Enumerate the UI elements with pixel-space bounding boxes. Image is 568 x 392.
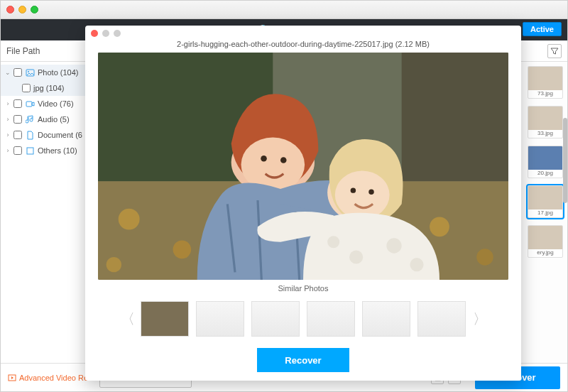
svg-point-15 — [106, 257, 121, 272]
similar-thumb[interactable] — [141, 301, 189, 337]
modal-recover-button[interactable]: Recover — [257, 348, 349, 372]
svg-point-25 — [349, 250, 363, 263]
preview-modal: 2-girls-hugging-each-other-outdoor-durin… — [85, 26, 521, 381]
thumbnail[interactable]: 20.jpg — [528, 146, 563, 178]
filter-button[interactable] — [547, 44, 562, 58]
similar-thumb[interactable] — [307, 301, 355, 337]
svg-point-19 — [280, 157, 287, 163]
svg-point-14 — [476, 249, 493, 265]
thumbnail-label: 33.jpg — [537, 130, 553, 136]
sidebar-item-label: Document (6 — [38, 131, 82, 139]
svg-point-13 — [430, 217, 449, 236]
similar-thumb[interactable] — [417, 301, 466, 337]
svg-point-24 — [327, 236, 339, 248]
film-icon — [8, 374, 16, 382]
audio-icon — [25, 114, 35, 124]
checkbox[interactable] — [13, 115, 22, 124]
similar-thumb[interactable] — [196, 301, 244, 337]
prev-arrow-icon[interactable]: 〈 — [121, 310, 133, 329]
thumbnail-column: 73.jpg 33.jpg 20.jpg 17.jpg ery.jpg — [523, 62, 567, 262]
svg-rect-4 — [27, 148, 33, 154]
thumbnail-label: 73.jpg — [537, 90, 553, 97]
checkbox[interactable] — [13, 99, 22, 108]
modal-titlebar — [85, 26, 521, 41]
svg-point-11 — [119, 209, 140, 230]
svg-point-12 — [173, 241, 192, 259]
advanced-video-label: Advanced Video Rec — [19, 374, 92, 382]
sidebar-item-label: Others (10) — [38, 146, 77, 155]
similar-thumb[interactable] — [362, 301, 410, 337]
close-icon[interactable] — [91, 30, 98, 37]
sidebar-item-label: jpg (104) — [33, 84, 64, 92]
thumbnail[interactable]: 33.jpg — [528, 106, 563, 138]
checkbox[interactable] — [13, 68, 22, 77]
chevron-right-icon[interactable]: › — [5, 116, 11, 123]
scrollbar[interactable] — [562, 61, 568, 317]
advanced-video-link[interactable]: Advanced Video Rec — [8, 374, 92, 382]
document-icon — [25, 130, 35, 140]
thumbnail-label: 17.jpg — [537, 209, 553, 216]
other-icon — [25, 146, 35, 156]
sidebar-item-label: Photo (104) — [38, 68, 78, 77]
svg-point-26 — [386, 238, 401, 253]
maximize-icon[interactable] — [114, 30, 121, 37]
active-button[interactable]: Active — [523, 22, 562, 36]
thumbnail[interactable]: 73.jpg — [528, 66, 563, 99]
svg-rect-3 — [26, 102, 32, 107]
svg-point-23 — [368, 190, 373, 195]
similar-thumb[interactable] — [251, 301, 300, 337]
similar-photos-label: Similar Photos — [85, 284, 521, 293]
thumbnail[interactable]: ery.jpg — [528, 225, 563, 258]
thumbnail-label: ery.jpg — [537, 249, 553, 256]
svg-rect-9 — [402, 53, 508, 181]
checkbox[interactable] — [13, 131, 22, 139]
close-icon[interactable] — [6, 6, 14, 13]
photo-icon — [25, 67, 35, 77]
preview-image — [98, 53, 508, 280]
svg-point-18 — [261, 156, 267, 162]
chevron-right-icon[interactable]: › — [5, 100, 11, 107]
similar-photos-row: 〈 〉 — [85, 293, 521, 345]
video-icon — [25, 99, 35, 109]
window-titlebar — [1, 1, 567, 19]
chevron-right-icon[interactable]: › — [5, 147, 11, 154]
chevron-right-icon[interactable]: › — [5, 131, 11, 138]
sidebar-item-label: Video (76) — [38, 99, 74, 108]
checkbox[interactable] — [22, 84, 31, 92]
minimize-icon[interactable] — [102, 30, 109, 37]
thumbnail[interactable]: 17.jpg — [528, 185, 563, 218]
next-arrow-icon[interactable]: 〉 — [473, 310, 486, 329]
sidebar-item-label: Audio (5) — [38, 115, 70, 124]
svg-point-22 — [351, 187, 356, 192]
thumbnail-label: 20.jpg — [537, 170, 553, 176]
maximize-icon[interactable] — [31, 6, 38, 13]
svg-point-2 — [28, 71, 29, 72]
checkbox[interactable] — [13, 146, 22, 155]
minimize-icon[interactable] — [18, 6, 26, 13]
preview-filename: 2-girls-hugging-each-other-outdoor-durin… — [85, 40, 521, 48]
svg-point-21 — [335, 170, 390, 219]
svg-point-27 — [410, 258, 423, 271]
chevron-down-icon[interactable]: ⌄ — [5, 69, 11, 76]
filepath-label: File Path — [6, 46, 40, 56]
